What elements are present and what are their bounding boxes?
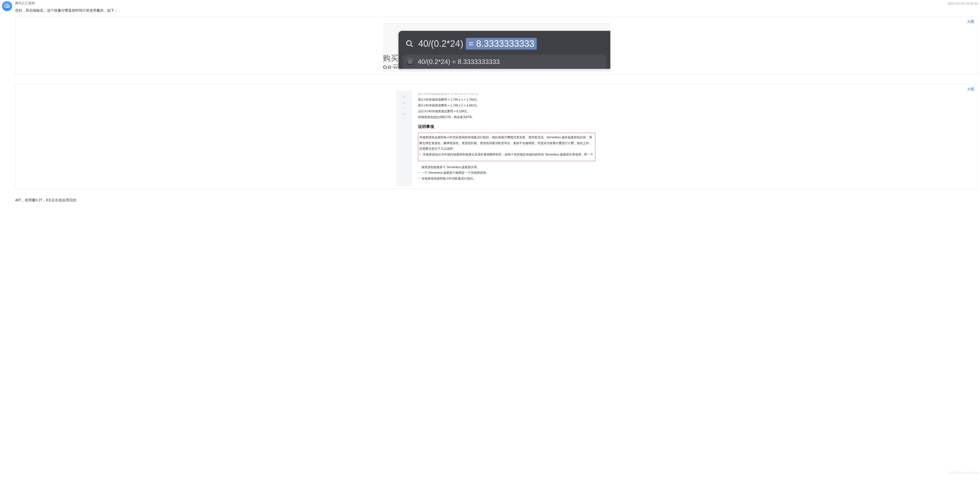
doc-bullet-2: 一个 Serverless 版集群只能绑定一个存储资源包。: [418, 170, 595, 176]
chevron-up-icon: [402, 112, 406, 115]
message-body: 腾讯云工程师 2023-10-24 13:32:31 您好，和后端核实，这个按量…: [15, 1, 978, 203]
svg-point-0: [6, 6, 8, 7]
message-header: 腾讯云工程师 2023-10-24 13:32:31: [15, 1, 978, 6]
expression-result: = 8.3333333333: [466, 38, 537, 49]
svg-point-1: [407, 41, 411, 46]
enlarge-link[interactable]: 大图: [967, 19, 974, 24]
svg-rect-3: [409, 60, 412, 64]
doc-sidebar: [396, 91, 412, 186]
cropped-text: 购买 98元: [383, 53, 399, 73]
doc-paragraph: 存储资源包会按照每小时实际使用的存储量进行抵扣，相比按量付费模式更划算，使用更灵…: [419, 134, 594, 152]
svg-line-2: [410, 45, 413, 47]
search-expression: 40/(0.2*24) = 8.3333333333: [418, 38, 537, 49]
cropped-text-2: 98元: [383, 63, 399, 73]
enlarge-link[interactable]: 大图: [967, 87, 974, 92]
attachment-2-image[interactable]: 第1小时存储资源费用 = 1.746 x 0.5 = 0.87元。 第2小时存储…: [18, 86, 976, 186]
message-text: 您好，和后端核实，这个按量付费是按时间计算使用量的，如下：: [15, 8, 978, 13]
attachment-2: 大图 第1小时存储资源费用 = 1.746 x 0.5 = 0.87元。 第2小…: [15, 84, 978, 188]
expression-text: 40/(0.2*24): [418, 38, 463, 49]
spotlight-window: 40/(0.2*24) = 8.3333333333 40/(0.2*24) =…: [399, 31, 610, 69]
cloud-icon: [4, 3, 10, 9]
chevron-up-icon: [402, 101, 406, 104]
chevron-down-icon: [402, 96, 406, 99]
search-icon: [406, 40, 414, 48]
chevron-down-icon: [402, 107, 406, 110]
highlighted-box: 存储资源包会按照每小时实际使用的存储量进行抵扣，相比按量付费模式更划算，使用更灵…: [418, 133, 595, 161]
doc-line-3: 第3小时存储资源费用 = 1.746 x 2 = 3.492元。: [418, 103, 595, 108]
doc-line-2: 第2小时存储资源费用 = 1.746 x 1 = 1.746元。: [418, 97, 595, 103]
doc-line-5: 存储资源包抵扣消耗2TB，剩余量为8TB。: [418, 114, 595, 120]
avatar: [2, 1, 12, 11]
suggestion-text: 40/(0.2*24) = 8.3333333333: [418, 58, 500, 66]
message: 腾讯云工程师 2023-10-24 13:32:31 您好，和后端核实，这个按量…: [2, 1, 978, 203]
calculator-icon: [406, 57, 414, 66]
attachment-1: 大图 购买 98元: [15, 17, 978, 75]
cropped-text-1: 购买: [383, 53, 399, 63]
footer-text: 40T，使用量0.2T，8天左右就会用完的: [15, 198, 978, 203]
doc-heading: 说明事项: [418, 123, 595, 131]
timestamp: 2023-10-24 13:32:31: [947, 2, 978, 5]
search-row: 40/(0.2*24) = 8.3333333333: [399, 35, 610, 55]
author-name: 腾讯云工程师: [15, 1, 35, 6]
suggestion-row: 40/(0.2*24) = 8.3333333333: [402, 55, 606, 69]
doc-content: 第1小时存储资源费用 = 1.746 x 0.5 = 0.87元。 第2小时存储…: [412, 91, 597, 186]
doc-bullet-1: 存储资源包分为中国内地通用和港澳台及境外通用两种类型，由每个类型规定地域内的所有…: [419, 152, 594, 163]
doc-line-4: 运行3小时存储资源总费用 = 6.108元。: [418, 108, 595, 114]
attachment-1-image[interactable]: 购买 98元 40/(0.2*24) = 8.3333333333: [18, 19, 976, 72]
doc-bullet-3: 存储资源包按照每小时消耗量进行抵扣。: [418, 176, 595, 182]
doc-line-1: 第1小时存储资源费用 = 1.746 x 0.5 = 0.87元。: [418, 91, 595, 97]
